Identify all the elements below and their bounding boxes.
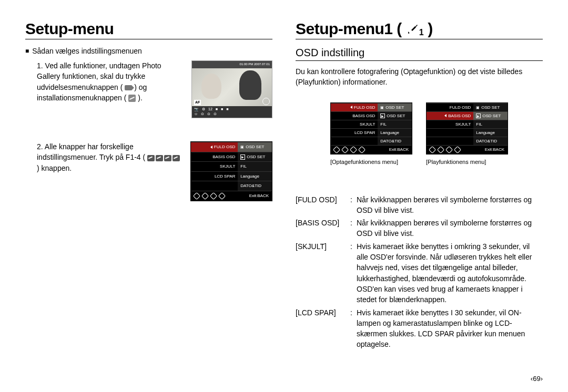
- camera-preview-thumbnail: 01:00 PM 2007.07.01 AF 📷⚙12■■■ ☺⊙⊙⊙: [191, 60, 272, 118]
- page-title-left: Setup-menu: [25, 20, 272, 39]
- section-text: Sådan vælges indstillingsmenuen: [32, 47, 142, 55]
- extension-button-icon: [125, 85, 132, 90]
- af-badge: AF: [194, 100, 201, 105]
- page-title-right: Setup-menu1 ( 1 ): [296, 20, 543, 39]
- lcd-menu-rec: FULD OSDOSD SET BASIS OSDOSD SET SKJULTF…: [330, 102, 412, 154]
- f1-4-icons: [147, 155, 180, 161]
- def-val-lcdspar: Hvis kameraet ikke benyttes I 30 sekunde…: [357, 307, 543, 350]
- setup1-icon: 1: [406, 23, 423, 35]
- preview-bottombar: 📷⚙12■■■ ☺⊙⊙⊙: [192, 106, 272, 118]
- step-2: 2. Alle knapper har forskellige indstill…: [37, 141, 181, 173]
- osd-subtitle: OSD indstilling: [296, 47, 543, 61]
- def-key-lcdspar: [LCD SPAR]: [296, 307, 350, 350]
- preview-tool-ring-icon: [262, 98, 270, 105]
- caption-rec: [Optagefunktionens menu]: [330, 159, 412, 165]
- def-key-fuld: [FULD OSD]: [296, 194, 350, 216]
- step2-pre: 2. Alle knapper har forskellige indstill…: [37, 142, 145, 161]
- step-1: 1. Ved alle funktioner, undtagen Photo G…: [37, 60, 182, 103]
- caption-play: [Playfunktionens menu]: [426, 159, 508, 165]
- page-number: 69: [531, 375, 543, 383]
- preview-topbar: 01:00 PM 2007.07.01: [192, 61, 272, 68]
- def-val-skjult: Hvis kameraet ikke benyttes i omkring 3 …: [357, 241, 543, 305]
- lcd-menu-play: FULD OSDOSD SET BASIS OSDOSD SET SKJULTF…: [426, 102, 508, 154]
- setup-button-icon: [128, 95, 136, 102]
- step2-post: ) knappen.: [37, 164, 72, 172]
- title-right-end: ): [428, 20, 433, 38]
- osd-description: Du kan kontrollere fotografering (Optage…: [296, 66, 543, 88]
- definition-table: [FULD OSD] : Når kvikknappen berøres vil…: [296, 194, 543, 350]
- step1-post: ).: [138, 94, 143, 102]
- lcd-menu-example: FULD OSDOSD SET BASIS OSDOSD SET SKJULTF…: [190, 141, 272, 201]
- exit-label: Exit:BACK: [249, 193, 269, 199]
- def-key-basis: [BASIS OSD]: [296, 218, 350, 239]
- def-val-basis: Når kvikknappen berøres vil symbolerne f…: [357, 218, 543, 239]
- def-val-fuld: Når kvikknappen berøres vil symbolerne f…: [357, 194, 543, 216]
- title-right-text: Setup-menu1 (: [296, 20, 402, 38]
- def-key-skjult: [SKJULT]: [296, 241, 350, 305]
- section-heading: ■Sådan vælges indstillingsmenuen: [25, 47, 272, 55]
